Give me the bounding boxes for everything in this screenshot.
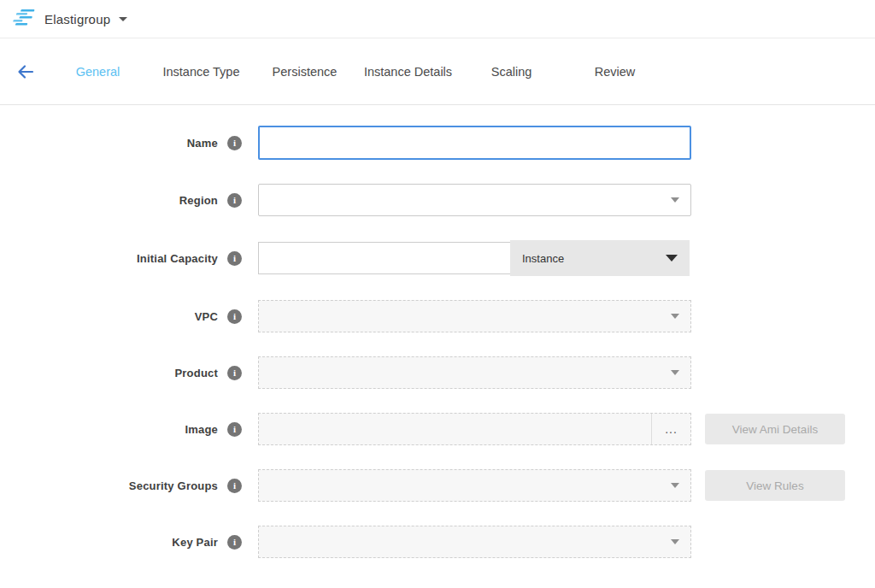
initial-capacity-input[interactable] [258,242,510,274]
back-button[interactable] [15,38,36,104]
region-field-row: Region i [0,184,875,216]
info-icon[interactable]: i [227,366,242,380]
info-icon[interactable]: i [227,479,242,493]
chevron-down-icon [671,539,679,544]
vpc-select [258,300,691,332]
capacity-unit-selected-value: Instance [510,252,564,265]
key-pair-field-row: Key Pair i [0,526,875,558]
chevron-down-icon [671,197,679,203]
wizard-tabs: General Instance Type Persistence Instan… [46,65,667,79]
security-groups-field-row: Security Groups i View Rules [0,469,875,502]
vpc-field-row: VPC i [0,300,875,332]
info-icon[interactable]: i [227,251,242,266]
info-icon[interactable]: i [227,193,242,208]
general-settings-form: Name i Region i Initial Capacity i Inst [0,105,875,558]
tab-instance-details[interactable]: Instance Details [356,65,460,79]
image-picker: ... [258,413,691,445]
tab-review[interactable]: Review [563,65,667,79]
key-pair-select [258,526,691,558]
name-label: Name [187,137,218,150]
info-icon[interactable]: i [227,136,242,150]
elastigroup-logo-icon [12,9,36,29]
security-groups-label: Security Groups [129,479,218,492]
image-field-row: Image i ... View Ami Details [0,413,875,445]
image-selected-value [259,414,651,444]
name-field-row: Name i [0,126,875,160]
vpc-label: VPC [195,310,218,323]
chevron-down-icon [671,483,679,488]
product-field-row: Product i [0,356,875,389]
chevron-down-icon [671,314,679,319]
region-label: Region [179,194,218,207]
info-icon[interactable]: i [227,309,242,324]
capacity-unit-select[interactable]: Instance [510,240,690,276]
chevron-down-icon[interactable] [119,17,127,21]
tab-general[interactable]: General [46,65,150,79]
image-browse-button[interactable]: ... [651,414,690,444]
key-pair-label: Key Pair [172,536,218,549]
back-arrow-icon [15,62,36,82]
chevron-down-icon [666,255,678,262]
info-icon[interactable]: i [227,535,242,550]
initial-capacity-label: Initial Capacity [137,252,218,265]
view-ami-details-button[interactable]: View Ami Details [705,414,845,444]
tab-scaling[interactable]: Scaling [460,65,563,79]
product-select [258,356,691,389]
app-switcher-label[interactable]: Elastigroup [44,12,110,26]
chevron-down-icon [671,370,679,375]
view-rules-button[interactable]: View Rules [705,470,845,501]
product-label: Product [174,367,218,379]
wizard-tab-bar: General Instance Type Persistence Instan… [0,38,875,105]
image-label: Image [185,423,218,436]
security-groups-select [258,469,691,502]
top-app-bar: Elastigroup [0,0,875,38]
tab-persistence[interactable]: Persistence [253,65,356,79]
tab-instance-type[interactable]: Instance Type [150,65,253,79]
region-select[interactable] [258,184,691,216]
info-icon[interactable]: i [227,422,242,437]
name-input[interactable] [258,126,691,160]
initial-capacity-field-row: Initial Capacity i Instance [0,240,875,276]
